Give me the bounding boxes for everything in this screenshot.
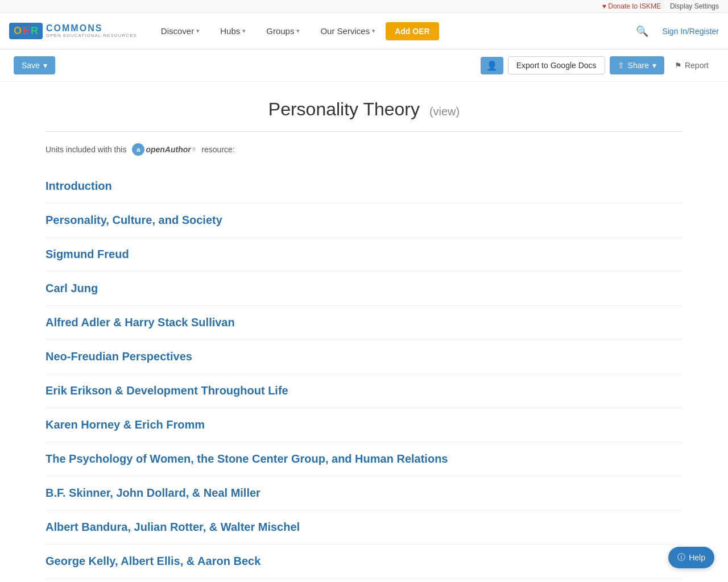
- list-item: George Kelly, Albert Ellis, & Aaron Beck: [46, 544, 682, 579]
- openauthor-circle-icon: a: [132, 143, 144, 156]
- list-item: Carl Jung: [46, 272, 682, 306]
- list-item: Karen Horney & Erich Fromm: [46, 408, 682, 442]
- list-item: Personality, Culture, and Society: [46, 203, 682, 238]
- main-content: Personality Theory (view) Units included…: [23, 82, 705, 582]
- list-item: Sigmund Freud: [46, 238, 682, 272]
- list-item: Alfred Adler & Harry Stack Sullivan: [46, 306, 682, 340]
- unit-link[interactable]: Alfred Adler & Harry Stack Sullivan: [46, 316, 235, 329]
- logo-box: O E R: [9, 23, 43, 39]
- unit-link[interactable]: Albert Bandura, Julian Rotter, & Walter …: [46, 521, 300, 533]
- units-header: Units included with this a openAuthor ® …: [46, 143, 682, 156]
- hubs-caret: ▾: [242, 27, 246, 35]
- nav-discover[interactable]: Discover ▾: [151, 13, 210, 49]
- flag-icon: ⚑: [675, 61, 682, 70]
- logo-link[interactable]: O E R COMMONS OPEN EDUCATIONAL RESOURCES: [9, 23, 137, 39]
- unit-link[interactable]: Erik Erikson & Development Throughout Li…: [46, 384, 288, 397]
- services-caret: ▾: [372, 27, 375, 35]
- groups-caret: ▾: [296, 27, 300, 35]
- page-title: Personality Theory (view): [46, 99, 682, 120]
- signin-link[interactable]: Sign In/Register: [662, 27, 719, 36]
- action-bar: Save ▾ 👤 Export to Google Docs ⇧ Share ▾…: [0, 49, 728, 82]
- list-item: The Psychology of Women, the Stone Cente…: [46, 442, 682, 476]
- logo-text: COMMONS OPEN EDUCATIONAL RESOURCES: [46, 23, 137, 38]
- export-button[interactable]: Export to Google Docs: [508, 56, 605, 74]
- discover-caret: ▾: [196, 27, 200, 35]
- help-icon: ⓘ: [677, 552, 685, 563]
- nav-links: Discover ▾ Hubs ▾ Groups ▾ Our Services …: [151, 13, 632, 49]
- list-item: Neo-Freudian Perspectives: [46, 340, 682, 374]
- save-button[interactable]: Save ▾: [14, 56, 55, 74]
- nav-groups[interactable]: Groups ▾: [256, 13, 310, 49]
- user-avatar-button[interactable]: 👤: [481, 57, 503, 74]
- nav-right: 🔍 Sign In/Register: [631, 23, 719, 40]
- openauthor-logo: a openAuthor ®: [132, 143, 196, 156]
- list-item: Albert Bandura, Julian Rotter, & Walter …: [46, 510, 682, 544]
- unit-link[interactable]: Sigmund Freud: [46, 248, 129, 260]
- view-link[interactable]: (view): [429, 105, 460, 118]
- top-bar: Donate to ISKME Display Settings: [0, 0, 728, 13]
- donate-link[interactable]: Donate to ISKME: [602, 2, 661, 10]
- title-divider: [46, 131, 682, 132]
- unit-link[interactable]: George Kelly, Albert Ellis, & Aaron Beck: [46, 555, 260, 567]
- display-settings-link[interactable]: Display Settings: [670, 2, 719, 10]
- add-oer-button[interactable]: Add OER: [386, 22, 439, 40]
- help-button[interactable]: ⓘ Help: [668, 547, 714, 568]
- logo-e: E: [23, 25, 30, 37]
- logo-subtitle: OPEN EDUCATIONAL RESOURCES: [46, 34, 137, 39]
- list-item: Erik Erikson & Development Throughout Li…: [46, 374, 682, 408]
- openauthor-trademark: ®: [192, 147, 196, 152]
- save-caret: ▾: [43, 61, 47, 70]
- list-item: B.F. Skinner, John Dollard, & Neal Mille…: [46, 476, 682, 510]
- logo-commons: COMMONS: [46, 23, 137, 34]
- share-button[interactable]: ⇧ Share ▾: [610, 56, 664, 74]
- logo-o: O: [14, 25, 22, 37]
- search-button[interactable]: 🔍: [631, 23, 653, 40]
- unit-link[interactable]: Personality, Culture, and Society: [46, 214, 222, 226]
- openauthor-text: openAuthor: [146, 145, 191, 154]
- logo-r: R: [31, 25, 38, 37]
- share-caret: ▾: [652, 61, 656, 70]
- unit-link[interactable]: Introduction: [46, 180, 112, 192]
- unit-link[interactable]: B.F. Skinner, John Dollard, & Neal Mille…: [46, 487, 260, 499]
- action-right: 👤 Export to Google Docs ⇧ Share ▾ ⚑ Repo…: [481, 56, 714, 74]
- nav-hubs[interactable]: Hubs ▾: [210, 13, 256, 49]
- unit-link[interactable]: Carl Jung: [46, 282, 98, 294]
- navbar: O E R COMMONS OPEN EDUCATIONAL RESOURCES…: [0, 13, 728, 49]
- unit-link[interactable]: Neo-Freudian Perspectives: [46, 350, 192, 363]
- unit-link[interactable]: Karen Horney & Erich Fromm: [46, 418, 205, 431]
- nav-our-services[interactable]: Our Services ▾: [310, 13, 386, 49]
- unit-link[interactable]: The Psychology of Women, the Stone Cente…: [46, 452, 448, 465]
- action-left: Save ▾: [14, 56, 55, 74]
- unit-list: IntroductionPersonality, Culture, and So…: [46, 169, 682, 579]
- share-icon: ⇧: [618, 61, 624, 70]
- list-item: Introduction: [46, 169, 682, 203]
- report-button[interactable]: ⚑ Report: [669, 57, 714, 74]
